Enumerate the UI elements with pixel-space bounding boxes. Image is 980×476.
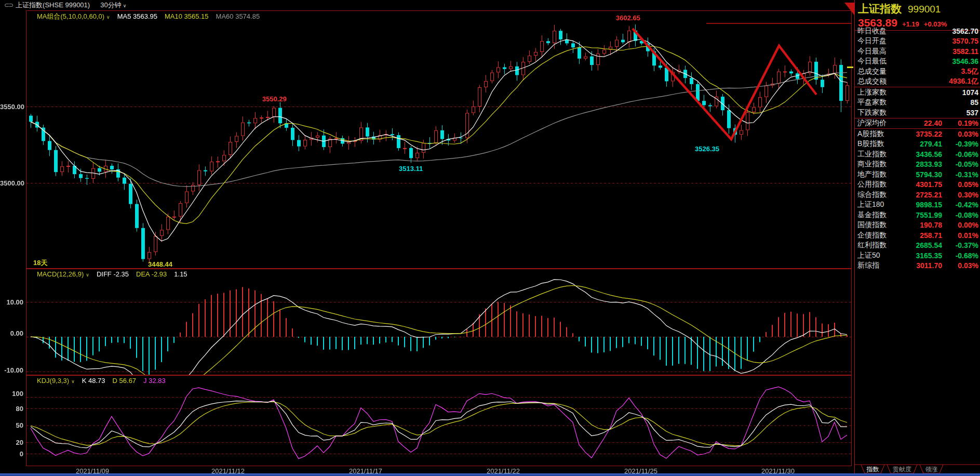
- quote-row-value: 279.41: [899, 140, 942, 148]
- quote-row[interactable]: 总成交额4936.1亿: [855, 77, 980, 88]
- macd-bar-legend: 1.15: [174, 270, 187, 278]
- quote-row-pct: -0.39%: [942, 140, 978, 148]
- quote-row-label: 沪深均价: [857, 118, 899, 128]
- ma10-legend: MA10 3565.15: [165, 12, 209, 20]
- macd-indicator-header[interactable]: MACD(12,26,9)∨DIFF -2.35DEA -2.931.15: [37, 270, 195, 278]
- chevron-down-icon[interactable]: ∨: [106, 15, 110, 20]
- kdj-axis-label: 100: [0, 390, 23, 398]
- quote-row[interactable]: 下跌家数537: [855, 108, 980, 118]
- quote-row[interactable]: 地产指数5794.30-0.31%: [855, 169, 980, 180]
- quote-row-label: 综合指数: [857, 190, 899, 200]
- quote-row-value: 2833.93: [899, 160, 942, 168]
- quote-row-pct: 0.03%: [942, 130, 978, 138]
- index-code: 999001: [908, 4, 941, 15]
- quote-row[interactable]: 沪深均价22.400.19%: [855, 118, 980, 129]
- macd-canvas[interactable]: [26, 269, 851, 375]
- macd-pane: MACD(12,26,9)∨DIFF -2.35DEA -2.931.15: [26, 269, 852, 375]
- quote-row-pct: -0.68%: [942, 252, 978, 260]
- tab-label[interactable]: 贡献度: [893, 466, 911, 473]
- quote-row-label: 地产指数: [857, 170, 899, 179]
- price-point-label: 3550.29: [262, 95, 287, 103]
- quote-row[interactable]: 昨日收盘3562.70: [855, 26, 980, 36]
- quote-row[interactable]: 国债指数190.780.00%: [855, 220, 980, 231]
- quote-row-pct: -0.08%: [942, 211, 978, 219]
- quote-row-label: 上证180: [857, 200, 899, 209]
- quote-row-pct: 0.03%: [942, 261, 978, 270]
- quote-row-value: 3735.22: [899, 130, 942, 138]
- kdj-pane: KDJ(9,3,3)∨K 48.73D 56.67J 32.83: [26, 375, 852, 466]
- price-axis-label: 3550.00: [0, 103, 23, 111]
- kdj-canvas[interactable]: [26, 376, 851, 466]
- quote-row[interactable]: 今日最高3582.11: [855, 46, 980, 57]
- quote-row[interactable]: 平盘家数85: [855, 98, 980, 108]
- quote-row[interactable]: 商业指数2833.93-0.05%: [855, 160, 980, 170]
- quote-row[interactable]: 上涨家数1074: [855, 87, 980, 98]
- trading-app-window: ⊂⊃ 上证指数(SHSE 999001) 30分钟∨ MA组合(5,10,0,0…: [0, 0, 980, 476]
- kdj-indicator-header[interactable]: KDJ(9,3,3)∨K 48.73D 56.67J 32.83: [37, 377, 173, 385]
- quote-row-value: 4936.1亿: [899, 77, 978, 86]
- tab-label[interactable]: 指数: [866, 466, 879, 473]
- period-selector[interactable]: 30分钟∨: [100, 1, 126, 10]
- price-point-label: 3602.65: [616, 14, 640, 22]
- quote-row[interactable]: 今日最低3546.36: [855, 57, 980, 67]
- quote-row-label: 企债指数: [857, 231, 899, 240]
- quote-row-label: 上涨家数: [857, 88, 899, 97]
- quote-row-value: 9898.15: [899, 201, 942, 209]
- quote-row[interactable]: B股指数279.41-0.39%: [855, 139, 980, 150]
- ma5-legend: MA5 3563.95: [117, 12, 157, 20]
- quote-row-value: 190.78: [899, 221, 942, 229]
- quote-row-label: 工业指数: [857, 150, 899, 159]
- quote-row[interactable]: 公用指数4301.750.05%: [855, 180, 980, 190]
- price-point-label: 18天: [33, 258, 47, 268]
- period-label: 30分钟: [100, 1, 121, 9]
- candlestick-canvas[interactable]: [26, 11, 851, 268]
- quote-row-label: 上证50: [857, 251, 899, 260]
- kdj-settings[interactable]: KDJ(9,3,3): [37, 377, 69, 385]
- price-axis-label: 3500.00: [0, 179, 23, 187]
- dea-legend: DEA -2.93: [136, 270, 167, 278]
- price-point-label: 3513.11: [399, 165, 423, 173]
- quote-row[interactable]: 新综指3011.700.03%: [855, 261, 980, 271]
- quote-row-value: 22.40: [899, 119, 942, 127]
- ma-indicator-header[interactable]: MA组合(5,10,0,0,60,0)∨MA5 3563.95MA10 3565…: [37, 12, 267, 21]
- quote-row-value: 3546.36: [899, 57, 978, 65]
- quote-row-value: 4301.75: [899, 180, 942, 189]
- ma60-legend: MA60 3574.85: [216, 12, 260, 20]
- quote-row-label: 国债指数: [857, 220, 899, 230]
- quote-row-value: 3011.70: [899, 261, 942, 270]
- macd-settings[interactable]: MACD(12,26,9): [37, 270, 84, 278]
- quote-row-pct: 0.05%: [942, 180, 978, 189]
- quote-row[interactable]: 红利指数2685.54-0.37%: [855, 241, 980, 251]
- tab-label[interactable]: 领涨: [925, 466, 938, 473]
- quote-row[interactable]: 工业指数3436.56-0.06%: [855, 149, 980, 160]
- quote-row[interactable]: 今日开盘3570.75: [855, 36, 980, 47]
- chevron-down-icon[interactable]: ∨: [86, 272, 89, 277]
- quote-row[interactable]: 总成交量3.5亿: [855, 67, 980, 77]
- quote-row[interactable]: A股指数3735.220.03%: [855, 129, 980, 139]
- quote-row-value: 1074: [899, 88, 978, 97]
- link-icon[interactable]: ⊂⊃: [4, 2, 12, 9]
- ma-settings[interactable]: MA组合(5,10,0,0,60,0): [37, 12, 104, 20]
- quote-row-value: 2685.54: [899, 241, 942, 249]
- j-legend: J 32.83: [143, 377, 166, 385]
- quote-row[interactable]: 企债指数258.710.01%: [855, 230, 980, 241]
- diff-legend: DIFF -2.35: [97, 270, 129, 278]
- quote-row-pct: 0.01%: [942, 231, 978, 240]
- quote-row[interactable]: 上证1809898.15-0.42%: [855, 200, 980, 210]
- quote-row[interactable]: 上证503165.35-0.68%: [855, 250, 980, 261]
- price-point-label: 3448.44: [148, 260, 172, 268]
- chevron-down-icon: ∨: [123, 3, 127, 8]
- kdj-axis-label: 0: [0, 450, 23, 458]
- quote-row-value: 3582.11: [899, 47, 978, 56]
- quote-row-label: 下跌家数: [857, 108, 899, 117]
- quote-row-pct: 0.30%: [942, 191, 978, 199]
- quote-row-value: 3165.35: [899, 252, 942, 260]
- quote-row[interactable]: 基金指数7551.99-0.08%: [855, 210, 980, 220]
- d-legend: D 56.67: [113, 377, 137, 385]
- quote-row-label: 今日最低: [857, 57, 899, 66]
- quote-row-label: 昨日收盘: [857, 27, 899, 36]
- quote-row[interactable]: 综合指数2725.210.30%: [855, 190, 980, 200]
- quote-row-value: 537: [899, 109, 978, 117]
- chevron-down-icon[interactable]: ∨: [71, 379, 75, 384]
- quote-row-label: 总成交额: [857, 77, 899, 86]
